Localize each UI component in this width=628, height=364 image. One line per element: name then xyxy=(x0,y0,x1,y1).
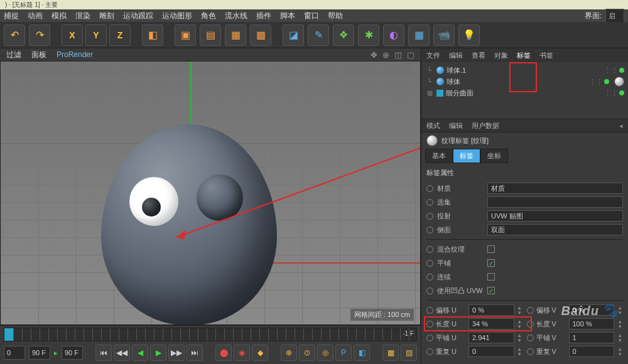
camera-button[interactable]: 📹 xyxy=(433,24,455,46)
prop-radio[interactable] xyxy=(426,335,433,341)
attr-tab-2[interactable]: 用户数据 xyxy=(472,121,499,131)
prop-checkbox-2[interactable] xyxy=(487,273,495,281)
pos-key-button[interactable]: ⊕ xyxy=(281,345,297,361)
prop-radio[interactable] xyxy=(527,307,534,314)
keyframe-button[interactable]: ◆ xyxy=(252,345,268,361)
om-tab-5[interactable]: 书签 xyxy=(539,51,553,60)
menu-10[interactable]: 脚本 xyxy=(280,11,295,21)
record-button[interactable]: ⬤ xyxy=(215,345,232,361)
menu-3[interactable]: 渲染 xyxy=(75,11,90,21)
light-button[interactable]: 💡 xyxy=(458,24,480,46)
sub-tab-1[interactable]: 标签 xyxy=(453,149,480,163)
prop-radio[interactable] xyxy=(426,287,433,294)
timeline-playhead[interactable] xyxy=(4,328,13,341)
vp-nav-icon[interactable]: ✥ xyxy=(371,50,377,60)
environment-button[interactable]: ▦ xyxy=(408,24,430,46)
prop-field-长度 V[interactable]: 100 % xyxy=(569,318,615,329)
attr-tab-1[interactable]: 编辑 xyxy=(449,121,463,131)
prop-field-2[interactable]: UVW 贴图 xyxy=(487,210,623,222)
prop-radio[interactable] xyxy=(426,348,433,355)
om-tab-0[interactable]: 文件 xyxy=(426,51,440,60)
prop-field-3[interactable]: 双面 xyxy=(487,224,623,235)
param-key-button[interactable]: P xyxy=(335,345,352,361)
layout-dropdown[interactable]: 启 xyxy=(605,9,624,23)
timeline-current-field[interactable]: 90 F xyxy=(29,346,50,360)
spline-pen-button[interactable]: ✎ xyxy=(308,24,329,46)
prop-field-1[interactable] xyxy=(487,196,623,208)
attr-back-icon[interactable]: ◂ xyxy=(619,122,623,130)
object-row-2[interactable]: ⊞细分曲面⋮⋮ xyxy=(425,87,624,99)
prop-radio[interactable] xyxy=(426,227,433,233)
prop-radio[interactable] xyxy=(527,348,534,355)
anim-mode-button[interactable]: ▦ xyxy=(382,345,399,361)
render-view-button[interactable]: ▣ xyxy=(175,24,196,46)
vp-zoom-icon[interactable]: ◫ xyxy=(394,50,402,60)
timeline-start-field[interactable]: 0 xyxy=(4,346,25,360)
prop-radio[interactable] xyxy=(527,335,534,341)
menu-12[interactable]: 帮助 xyxy=(328,11,343,21)
timeline-ruler[interactable]: -1 F xyxy=(4,328,417,341)
om-tab-1[interactable]: 编辑 xyxy=(449,51,463,60)
prop-field-偏移 V[interactable]: 0 % xyxy=(569,304,615,316)
menu-2[interactable]: 模拟 xyxy=(51,11,67,21)
cube-tool-button[interactable]: ◧ xyxy=(142,24,163,46)
prop-radio[interactable] xyxy=(527,321,534,328)
menu-8[interactable]: 流水线 xyxy=(225,11,247,21)
axis-y-button[interactable]: Y xyxy=(85,24,107,46)
om-tab-2[interactable]: 查看 xyxy=(472,51,485,60)
autokey-button[interactable]: ◉ xyxy=(234,345,250,361)
prop-field-重复 V[interactable]: 0 xyxy=(569,346,615,357)
viewport-3d[interactable]: 网格间距 : 100 cm xyxy=(0,61,421,325)
generator-button[interactable]: ❖ xyxy=(333,24,354,46)
prop-radio[interactable] xyxy=(426,321,433,328)
om-tab-3[interactable]: 对象 xyxy=(494,51,508,60)
prop-field-平铺 U[interactable]: 2.941 xyxy=(468,332,514,343)
pla-key-button[interactable]: ◧ xyxy=(354,345,370,361)
menu-1[interactable]: 动画 xyxy=(28,11,43,21)
prop-radio[interactable] xyxy=(426,185,433,192)
picture-viewer-button[interactable]: ▩ xyxy=(250,24,271,46)
next-key-button[interactable]: ▶▶ xyxy=(168,345,185,361)
prop-radio[interactable] xyxy=(426,246,433,253)
prop-field-平铺 V[interactable]: 1 xyxy=(569,332,615,343)
axis-x-button[interactable]: X xyxy=(62,24,83,46)
menu-9[interactable]: 插件 xyxy=(256,11,271,21)
object-row-1[interactable]: └球体⋮⋮ xyxy=(425,76,624,87)
prop-checkbox-1[interactable]: ✓ xyxy=(487,259,495,267)
menu-6[interactable]: 运动图形 xyxy=(162,11,192,21)
play-back-button[interactable]: ◀ xyxy=(132,345,148,361)
sub-tab-0[interactable]: 基本 xyxy=(425,149,453,163)
anim-layer-button[interactable]: ▤ xyxy=(401,345,417,361)
atom-button[interactable]: ✱ xyxy=(358,24,379,46)
prev-key-button[interactable]: ◀◀ xyxy=(114,345,130,361)
rot-key-button[interactable]: ◎ xyxy=(317,345,333,361)
undo-button[interactable]: ↶ xyxy=(4,24,25,46)
object-tree[interactable]: └球体.1⋮⋮└球体⋮⋮⊞细分曲面⋮⋮ xyxy=(421,62,628,119)
vp-maximize-icon[interactable]: ▢ xyxy=(407,50,414,60)
axis-z-button[interactable]: Z xyxy=(109,24,131,46)
redo-button[interactable]: ↷ xyxy=(29,24,50,46)
play-fwd-button[interactable]: ▶ xyxy=(150,345,166,361)
goto-start-button[interactable]: ⏮ xyxy=(95,345,112,361)
menu-11[interactable]: 窗口 xyxy=(304,11,319,21)
menu-4[interactable]: 雕刻 xyxy=(99,11,114,21)
render-settings-button[interactable]: ▦ xyxy=(225,24,246,46)
vp-menu-panels[interactable]: 面板 xyxy=(31,50,46,60)
prop-radio[interactable] xyxy=(426,260,433,267)
timeline-current2-field[interactable]: 90 F xyxy=(62,346,83,360)
menu-5[interactable]: 运动跟踪 xyxy=(123,11,153,21)
sub-tab-2[interactable]: 坐标 xyxy=(480,149,508,163)
prop-radio[interactable] xyxy=(426,307,433,314)
goto-end-button[interactable]: ⏭ xyxy=(187,345,203,361)
prop-field-偏移 U[interactable]: 0 % xyxy=(468,304,514,316)
prop-field-重复 U[interactable]: 0 xyxy=(468,346,514,357)
vp-move-icon[interactable]: ⊕ xyxy=(382,50,389,60)
menu-7[interactable]: 角色 xyxy=(201,11,216,21)
render-region-button[interactable]: ▤ xyxy=(200,24,221,46)
om-tab-4[interactable]: 标签 xyxy=(517,51,531,60)
menu-0[interactable]: 捕捉 xyxy=(4,11,19,21)
prop-checkbox-3[interactable]: ✓ xyxy=(487,287,495,294)
prop-radio[interactable] xyxy=(426,213,433,220)
prop-field-0[interactable]: 材质 xyxy=(487,183,623,194)
vp-menu-filter[interactable]: 过滤 xyxy=(6,50,21,60)
